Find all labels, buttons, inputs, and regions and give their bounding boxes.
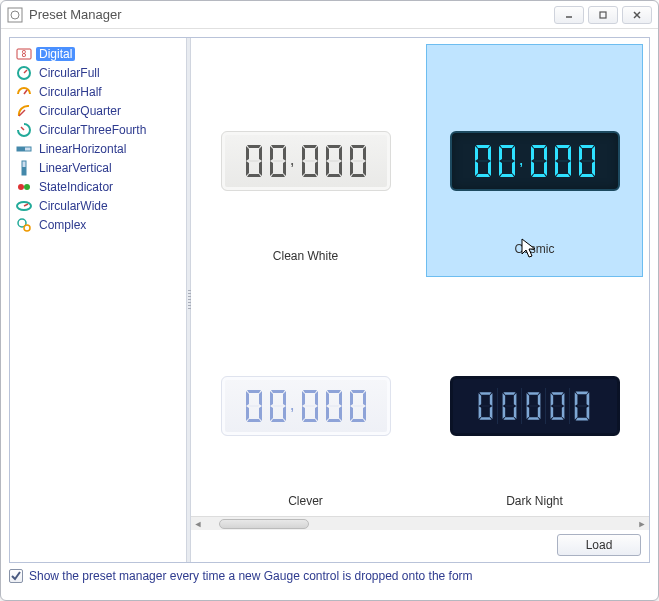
svg-marker-91 — [592, 161, 595, 176]
close-button[interactable] — [622, 6, 652, 24]
svg-marker-72 — [532, 145, 546, 148]
preset-tile-clever[interactable]: , — [191, 283, 420, 528]
svg-marker-54 — [363, 146, 366, 161]
category-item-linearvertical[interactable]: LinearVertical — [14, 158, 182, 177]
svg-marker-94 — [247, 419, 261, 422]
svg-marker-102 — [270, 391, 273, 406]
svg-marker-127 — [352, 405, 364, 407]
state-icon — [16, 179, 32, 195]
svg-marker-139 — [502, 406, 505, 419]
maximize-button[interactable] — [588, 6, 618, 24]
svg-marker-120 — [328, 405, 340, 407]
preview-panel: , — [191, 38, 649, 562]
show-on-drop-checkbox[interactable] — [9, 569, 23, 583]
show-on-drop-label[interactable]: Show the preset manager every time a new… — [29, 569, 473, 583]
preset-tile-clean-white[interactable]: , — [191, 38, 420, 283]
svg-marker-154 — [561, 406, 564, 419]
minimize-button[interactable] — [554, 6, 584, 24]
main-panel: 8DigitalCircularFullCircularHalfCircular… — [9, 37, 650, 563]
svg-marker-30 — [271, 145, 285, 148]
svg-marker-78 — [533, 160, 545, 162]
svg-marker-131 — [489, 393, 492, 406]
category-list[interactable]: 8DigitalCircularFullCircularHalfCircular… — [10, 38, 186, 562]
svg-marker-133 — [489, 406, 492, 419]
category-item-circularfull[interactable]: CircularFull — [14, 63, 182, 82]
svg-marker-89 — [592, 146, 595, 161]
scroll-thumb[interactable] — [219, 519, 309, 529]
svg-marker-153 — [550, 406, 553, 419]
category-item-complex[interactable]: Complex — [14, 215, 182, 234]
category-item-digital[interactable]: 8Digital — [14, 44, 182, 63]
separator-icon: , — [291, 154, 297, 168]
svg-marker-100 — [271, 390, 285, 393]
scroll-right-icon[interactable]: ► — [635, 517, 649, 531]
category-item-label: CircularThreeFourth — [36, 123, 149, 137]
preset-tile-cosmic[interactable]: , — [426, 44, 643, 277]
svg-marker-23 — [247, 145, 261, 148]
svg-marker-73 — [532, 174, 546, 177]
svg-marker-44 — [327, 145, 341, 148]
svg-marker-149 — [551, 392, 563, 395]
svg-marker-96 — [259, 391, 262, 406]
category-item-circularwide[interactable]: CircularWide — [14, 196, 182, 215]
svg-marker-117 — [339, 391, 342, 406]
preset-preview: , — [221, 131, 391, 191]
scroll-track[interactable] — [205, 517, 635, 530]
svg-marker-27 — [246, 161, 249, 176]
svg-marker-136 — [503, 417, 515, 420]
horizontal-scrollbar[interactable]: ◄ ► — [191, 516, 649, 530]
svg-marker-146 — [526, 406, 529, 419]
preset-tile-dark-night[interactable]: Dark Night — [420, 283, 649, 528]
circ-full-icon — [16, 65, 32, 81]
category-item-linearhorizontal[interactable]: LinearHorizontal — [14, 139, 182, 158]
svg-marker-71 — [501, 160, 513, 162]
svg-marker-106 — [272, 405, 284, 407]
svg-marker-34 — [270, 161, 273, 176]
digit-icon — [472, 143, 494, 179]
category-item-circularhalf[interactable]: CircularHalf — [14, 82, 182, 101]
circ-half-icon — [16, 84, 32, 100]
svg-marker-81 — [555, 146, 558, 161]
svg-marker-29 — [248, 160, 260, 162]
svg-marker-152 — [561, 393, 564, 406]
svg-marker-86 — [580, 145, 594, 148]
svg-marker-88 — [579, 146, 582, 161]
digit-icon — [552, 143, 574, 179]
svg-marker-28 — [259, 161, 262, 176]
svg-rect-14 — [17, 147, 25, 151]
svg-marker-157 — [575, 417, 588, 420]
circ-wide-icon — [16, 198, 32, 214]
svg-marker-95 — [246, 391, 249, 406]
digit-icon — [572, 388, 594, 424]
svg-marker-145 — [537, 393, 540, 406]
svg-marker-35 — [283, 161, 286, 176]
digit-icon — [496, 143, 518, 179]
svg-marker-107 — [303, 390, 317, 393]
svg-marker-43 — [304, 160, 316, 162]
category-item-label: CircularQuarter — [36, 104, 124, 118]
digit-icon — [528, 143, 550, 179]
load-button[interactable]: Load — [557, 534, 641, 556]
category-item-circularquarter[interactable]: CircularQuarter — [14, 101, 182, 120]
category-item-label: LinearHorizontal — [36, 142, 129, 156]
titlebar[interactable]: Preset Manager — [1, 1, 658, 29]
svg-marker-57 — [352, 160, 364, 162]
separator-icon: , — [520, 154, 526, 168]
svg-marker-67 — [499, 146, 502, 161]
preview-grid: , — [191, 38, 649, 528]
svg-marker-132 — [478, 406, 481, 419]
complex-icon — [16, 217, 32, 233]
scroll-left-icon[interactable]: ◄ — [191, 517, 205, 531]
svg-marker-25 — [246, 146, 249, 161]
separator-icon: , — [291, 399, 297, 413]
svg-marker-98 — [259, 406, 262, 421]
svg-marker-90 — [579, 161, 582, 176]
digit-icon — [347, 388, 369, 424]
digit-icon — [299, 388, 321, 424]
svg-marker-65 — [500, 145, 514, 148]
svg-marker-150 — [551, 417, 563, 420]
svg-marker-151 — [550, 393, 553, 406]
category-item-stateindicator[interactable]: StateIndicator — [14, 177, 182, 196]
category-item-circularthreefourth[interactable]: CircularThreeFourth — [14, 120, 182, 139]
circ-quarter-icon — [16, 103, 32, 119]
